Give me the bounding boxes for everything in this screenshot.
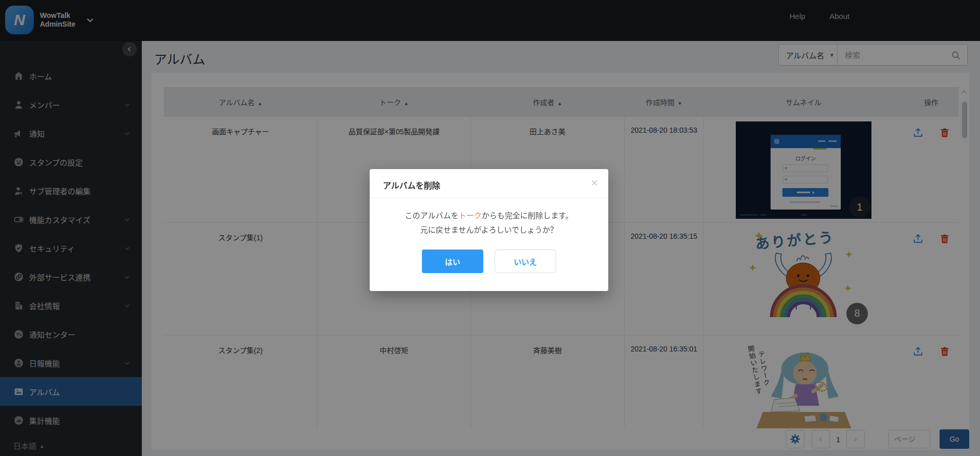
confirm-yes-button[interactable]: はい [422,250,483,273]
close-icon[interactable]: × [591,175,598,191]
cancel-no-button[interactable]: いいえ [495,250,556,273]
delete-album-dialog: アルバムを削除 × このアルバムをトークからも完全に削除します。 元に戻せません… [370,169,608,291]
dialog-message: このアルバムをトークからも完全に削除します。 元に戻せませんがよろしいでしょうか… [370,198,608,237]
dialog-title: アルバムを削除 [383,179,440,191]
talk-highlight: トーク [459,211,482,220]
